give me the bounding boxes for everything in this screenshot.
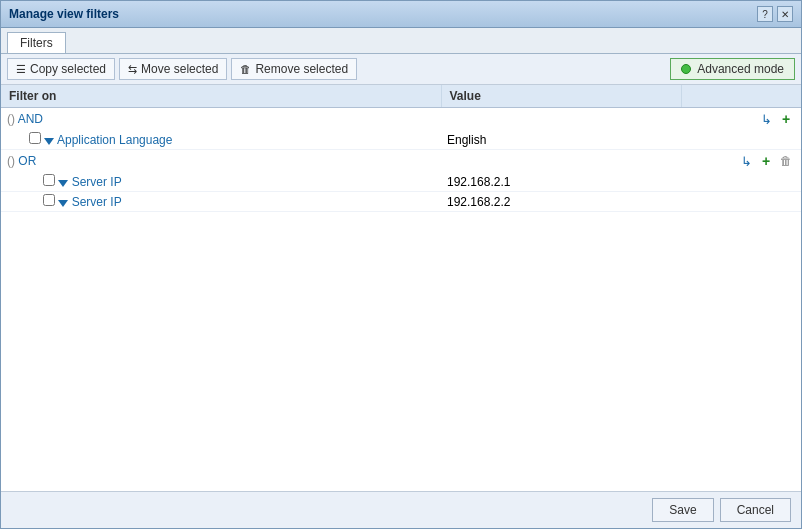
tab-bar: Filters	[1, 28, 801, 54]
server-ip2-link[interactable]: Server IP	[72, 195, 122, 209]
cancel-button[interactable]: Cancel	[720, 498, 791, 522]
move-label: Move selected	[141, 62, 218, 76]
server-ip1-link[interactable]: Server IP	[72, 175, 122, 189]
server-ip1-value: 192.168.2.1	[441, 172, 681, 192]
funnel-icon	[58, 200, 68, 207]
copy-icon: ☰	[16, 63, 26, 76]
content-area: Filter on Value () AND ↳ +	[1, 85, 801, 491]
move-selected-button[interactable]: ⇆ Move selected	[119, 58, 227, 80]
app-lang-link[interactable]: Application Language	[57, 133, 172, 147]
or-row-actions: ↳ + 🗑	[687, 152, 795, 170]
col-actions-header	[681, 85, 801, 108]
remove-selected-button[interactable]: 🗑 Remove selected	[231, 58, 357, 80]
save-button[interactable]: Save	[652, 498, 713, 522]
server-ip2-checkbox[interactable]	[43, 194, 55, 206]
close-button[interactable]: ✕	[777, 6, 793, 22]
advanced-mode-button[interactable]: Advanced mode	[670, 58, 795, 80]
delete-or-group-icon[interactable]: 🗑	[777, 152, 795, 170]
table-row: Server IP 192.168.2.1	[1, 172, 801, 192]
title-icons: ? ✕	[757, 6, 793, 22]
server-ip1-cell: Server IP	[1, 172, 441, 192]
app-lang-cell: Application Language	[1, 130, 441, 150]
copy-label: Copy selected	[30, 62, 106, 76]
server-ip2-cell: Server IP	[1, 192, 441, 212]
help-button[interactable]: ?	[757, 6, 773, 22]
server-ip2-value: 192.168.2.2	[441, 192, 681, 212]
table-row: () AND ↳ +	[1, 108, 801, 131]
title-bar: Manage view filters ? ✕	[1, 1, 801, 28]
add-subfilter-or-icon[interactable]: ↳	[737, 152, 755, 170]
move-icon: ⇆	[128, 63, 137, 76]
advanced-label: Advanced mode	[697, 62, 784, 76]
group-or-cell: () OR	[1, 150, 441, 173]
dialog-title: Manage view filters	[9, 7, 119, 21]
col-value-header: Value	[441, 85, 681, 108]
and-link[interactable]: AND	[18, 112, 43, 126]
group-and-cell: () AND	[1, 108, 441, 131]
add-subfilter-icon[interactable]: ↳	[757, 110, 775, 128]
tab-filters[interactable]: Filters	[7, 32, 66, 53]
filter-table: Filter on Value () AND ↳ +	[1, 85, 801, 212]
col-filter-header: Filter on	[1, 85, 441, 108]
table-row: Application Language English	[1, 130, 801, 150]
or-link[interactable]: OR	[18, 154, 36, 168]
table-row: Server IP 192.168.2.2	[1, 192, 801, 212]
server-ip1-checkbox[interactable]	[43, 174, 55, 186]
toolbar: ☰ Copy selected ⇆ Move selected 🗑 Remove…	[1, 54, 801, 85]
remove-label: Remove selected	[255, 62, 348, 76]
table-header: Filter on Value	[1, 85, 801, 108]
funnel-icon	[58, 180, 68, 187]
app-lang-checkbox[interactable]	[29, 132, 41, 144]
table-row: () OR ↳ + 🗑	[1, 150, 801, 173]
add-filter-icon[interactable]: +	[777, 110, 795, 128]
funnel-icon	[44, 138, 54, 145]
copy-selected-button[interactable]: ☰ Copy selected	[7, 58, 115, 80]
manage-filters-dialog: Manage view filters ? ✕ Filters ☰ Copy s…	[0, 0, 802, 529]
add-filter-or-icon[interactable]: +	[757, 152, 775, 170]
and-row-actions: ↳ +	[687, 110, 795, 128]
footer: Save Cancel	[1, 491, 801, 528]
remove-icon: 🗑	[240, 63, 251, 75]
app-lang-value: English	[441, 130, 681, 150]
advanced-mode-indicator	[681, 64, 691, 74]
